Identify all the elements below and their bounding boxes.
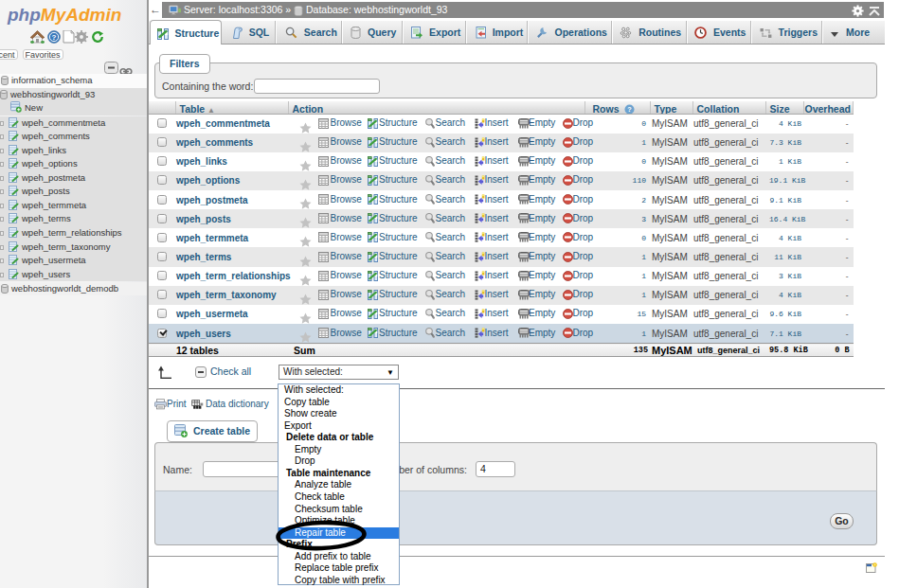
svg-text:?: ?	[628, 105, 633, 114]
svg-text:?: ?	[52, 33, 57, 42]
